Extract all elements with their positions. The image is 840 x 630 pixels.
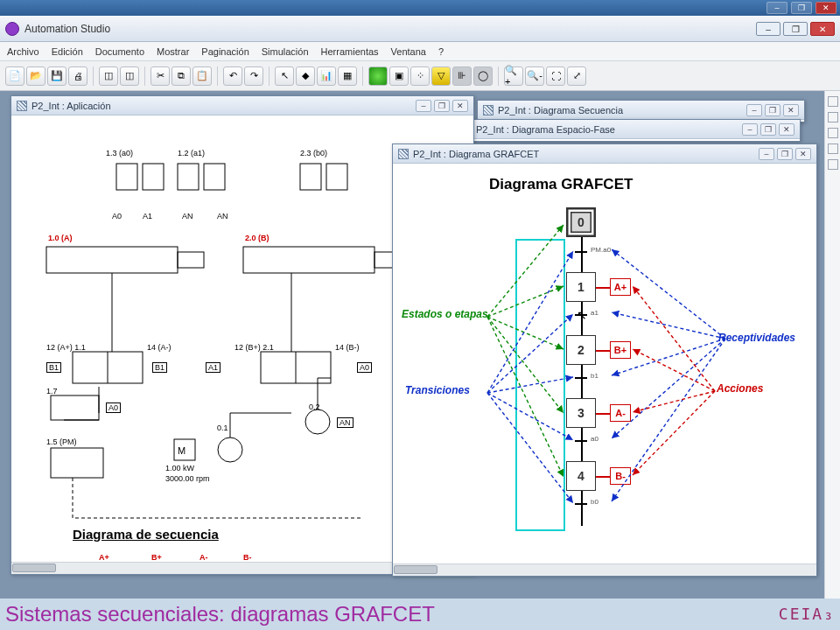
app-close-button[interactable]: ✕ [810, 22, 835, 36]
save-button[interactable]: 💾 [47, 66, 66, 86]
os-minimize-button[interactable]: – [766, 2, 788, 14]
app-maximize-button[interactable]: ❐ [783, 22, 808, 36]
app-titlebar: Automation Studio – ❐ ✕ [0, 16, 840, 42]
palette-arrow-icon[interactable] [828, 159, 838, 170]
win-close-button[interactable]: ✕ [795, 148, 811, 160]
zoom-fit-button[interactable]: ⤢ [567, 66, 586, 86]
sheet-button[interactable]: ▦ [338, 66, 357, 86]
seq-am: A- [200, 553, 208, 562]
stop-button[interactable]: ◯ [473, 66, 493, 86]
palette-rect-icon[interactable] [828, 112, 838, 122]
zoom-in-button[interactable]: 🔍+ [504, 66, 523, 86]
label-a1: A1 [143, 212, 152, 220]
seq-ap: A+ [99, 553, 109, 562]
menu-herramientas[interactable]: Herramientas [321, 46, 379, 57]
footer-caption: Sistemas secuenciales: diagramas GRAFCET [5, 602, 435, 626]
win-close-button[interactable]: ✕ [783, 104, 799, 116]
mdi-desktop: P2_Int : Diagrama Secuencia – ❐ ✕ P2_Int… [0, 91, 840, 598]
label-v17: 1.7 [46, 387, 58, 396]
cursor-icon: ↖ [577, 308, 587, 322]
label-cylinder-a: 1.0 (A) [48, 234, 73, 242]
palette-line-icon[interactable] [828, 96, 838, 107]
cut-button[interactable]: ✂ [150, 66, 170, 86]
step-button[interactable]: ▣ [389, 66, 409, 86]
toolbar: 📄 📂 💾 🖨 ◫ ◫ ✂ ⧉ 📋 ↶ ↷ ↖ ◆ 📊 ▦ ▣ ⁘ ▽ ⊪ ◯ … [0, 61, 840, 91]
layers-button[interactable]: ◆ [296, 66, 315, 86]
grafcet-canvas[interactable]: Diagrama GRAFCET 0 1 2 3 4 PM.a0 a1 b1 a… [393, 164, 816, 576]
undo-button[interactable]: ↶ [223, 66, 242, 86]
window-title: P2_Int : Diagrama GRAFCET [413, 149, 539, 159]
tag-b1: B1 [46, 362, 61, 373]
pointer-button[interactable]: ↖ [275, 66, 294, 86]
win-max-button[interactable]: ❐ [434, 100, 450, 112]
label-motor2: 3000.00 rpm [165, 474, 210, 483]
slow-button[interactable]: ⊪ [452, 66, 472, 86]
win-min-button[interactable]: – [742, 123, 758, 136]
trace-button[interactable]: ⁘ [410, 66, 430, 86]
win-max-button[interactable]: ❐ [765, 104, 780, 116]
zoom-region-button[interactable]: ⛶ [546, 66, 565, 86]
seq-bm: B- [243, 553, 252, 562]
label-p3: 2.3 (b0) [300, 149, 327, 158]
menu-archivo[interactable]: Archivo [7, 46, 39, 57]
app-minimize-button[interactable]: – [756, 22, 780, 36]
win-min-button[interactable]: – [416, 100, 431, 112]
pause-button[interactable]: ▽ [431, 66, 451, 86]
window-icon [483, 105, 494, 116]
svg-rect-8 [51, 396, 99, 420]
menu-ventana[interactable]: Ventana [391, 46, 426, 57]
win-close-button[interactable]: ✕ [779, 123, 794, 136]
anno-acciones: Acciones [717, 382, 763, 395]
menu-edicion[interactable]: Edición [52, 46, 83, 57]
label-p1: 1.3 (a0) [106, 149, 133, 158]
tag-a0b: A0 [106, 402, 121, 413]
svg-rect-18 [300, 164, 321, 190]
svg-rect-16 [178, 164, 199, 190]
palette-ellipse-icon[interactable] [828, 144, 838, 154]
seq-bp: B+ [151, 553, 162, 562]
window-grafcet[interactable]: P2_Int : Diagrama GRAFCET – ❐ ✕ Diagrama… [392, 144, 817, 577]
anno-receptividades: Receptividades [718, 332, 795, 344]
label-valve-br: 14 (B-) [335, 343, 360, 352]
menu-documento[interactable]: Documento [95, 46, 144, 57]
new-button[interactable]: 📄 [5, 66, 24, 86]
label-valve-a: 12 (A+) 1.1 [46, 343, 86, 352]
open-button[interactable]: 📂 [26, 66, 46, 86]
window-title: P2_Int : Aplicación [32, 101, 111, 111]
scroll-thumb[interactable] [12, 564, 56, 572]
win-min-button[interactable]: – [759, 148, 774, 160]
print-button[interactable]: 🖨 [68, 66, 88, 86]
win-close-button[interactable]: ✕ [452, 100, 468, 112]
doc2-button[interactable]: ◫ [120, 66, 139, 86]
tag-a1: A1 [206, 362, 220, 373]
menu-mostrar[interactable]: Mostrar [157, 46, 189, 57]
tag-an: AN [337, 417, 354, 428]
svg-rect-19 [326, 164, 347, 190]
paste-button[interactable]: 📋 [192, 66, 212, 86]
label-a0: A0 [112, 212, 122, 220]
zoom-out-button[interactable]: 🔍- [525, 66, 544, 86]
menu-ayuda[interactable]: ? [438, 46, 444, 57]
win-max-button[interactable]: ❐ [760, 123, 776, 136]
window-espacio-fase[interactable]: P2_Int : Diagrama Espacio-Fase – ❐ ✕ [455, 119, 801, 142]
menu-simulacion[interactable]: Simulación [262, 46, 309, 57]
scroll-thumb[interactable] [394, 565, 438, 574]
menu-bar: Archivo Edición Documento Mostrar Pagina… [0, 42, 840, 61]
os-maximize-button[interactable]: ❐ [791, 2, 812, 14]
label-cylinder-b: 2.0 (B) [245, 234, 270, 242]
win-max-button[interactable]: ❐ [777, 148, 793, 160]
label-p01: 0.1 [217, 424, 228, 432]
os-close-button[interactable]: ✕ [816, 2, 836, 14]
svg-rect-9 [51, 448, 103, 478]
doc1-button[interactable]: ◫ [99, 66, 118, 86]
run-button[interactable] [368, 66, 388, 86]
win-min-button[interactable]: – [746, 104, 762, 116]
copy-button[interactable]: ⧉ [172, 66, 191, 86]
hscrollbar[interactable] [393, 564, 816, 576]
chart-button[interactable]: 📊 [317, 66, 336, 86]
palette-text-icon[interactable] [828, 128, 838, 138]
footer-logo: CEIA₃ [779, 605, 835, 623]
menu-paginacion[interactable]: Paginación [201, 46, 248, 57]
tag-a0: A0 [357, 362, 372, 373]
redo-button[interactable]: ↷ [244, 66, 263, 86]
